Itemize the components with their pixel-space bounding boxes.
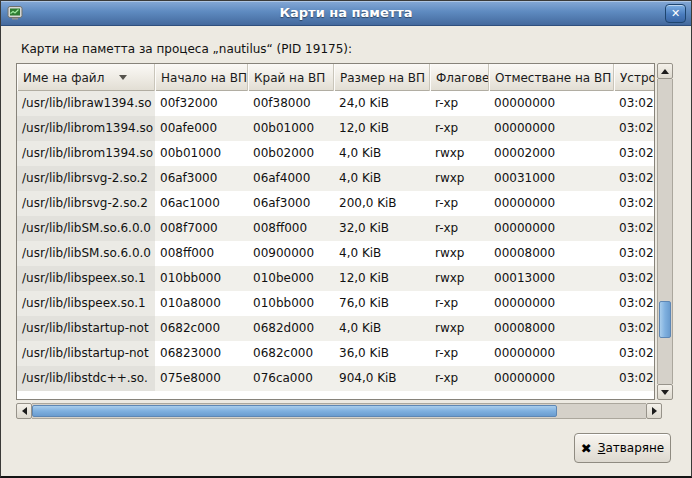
table-row[interactable]: /usr/lib/libSM.so.6.0.0008ff000009000004…: [17, 241, 654, 266]
table-cell: 03:02: [614, 241, 654, 266]
table-cell: 008f7000: [155, 216, 248, 241]
column-header-filename[interactable]: Име на файл: [17, 64, 155, 91]
table-cell: /usr/lib/libraw1394.so: [17, 91, 155, 116]
horizontal-scrollbar-trough[interactable]: [32, 403, 646, 419]
table-cell: 010bb000: [155, 266, 248, 291]
table-row[interactable]: /usr/lib/libraw1394.so00f3200000f3800024…: [17, 91, 654, 116]
window-title: Карти на паметта: [1, 5, 691, 20]
table-cell: r-xp: [430, 341, 489, 366]
table-cell: 24,0 KiB: [334, 91, 430, 116]
table-cell: 00f32000: [155, 91, 248, 116]
table-cell: rwxp: [430, 266, 489, 291]
table-cell: 06ac1000: [155, 191, 248, 216]
table-cell: r-xp: [430, 91, 489, 116]
vertical-scrollbar[interactable]: [657, 63, 673, 400]
table-row[interactable]: /usr/lib/librsvg-2.so.206af300006af40004…: [17, 166, 654, 191]
process-label: Карти на паметта за процеса „nautilus“ (…: [21, 42, 352, 56]
table-cell: 06af3000: [155, 166, 248, 191]
table-cell: r-xp: [430, 191, 489, 216]
table-row[interactable]: /usr/lib/libspeex.so.1010bb000010be00012…: [17, 266, 654, 291]
arrow-left-icon: [22, 407, 27, 415]
memory-maps-dialog: Карти на паметта ✕ Карти на паметта за п…: [0, 0, 692, 478]
table-cell: 4,0 KiB: [334, 316, 430, 341]
table-cell: 06af3000: [248, 191, 334, 216]
table-cell: /usr/lib/librom1394.so: [17, 141, 155, 166]
table-cell: 4,0 KiB: [334, 166, 430, 191]
table-cell: 0682c000: [155, 316, 248, 341]
table-cell: 00031000: [489, 166, 614, 191]
table-cell: 4,0 KiB: [334, 241, 430, 266]
horizontal-scroll-thumb[interactable]: [32, 405, 557, 417]
column-header-label: Размер на ВП: [340, 65, 425, 91]
table-cell: 010bb000: [248, 291, 334, 316]
scroll-left-button[interactable]: [16, 403, 32, 419]
scroll-right-button[interactable]: [646, 403, 662, 419]
table-cell: 00002000: [489, 141, 614, 166]
table-cell: 06af4000: [248, 166, 334, 191]
column-header-label: Флагове: [436, 65, 489, 91]
horizontal-scrollbar[interactable]: [16, 403, 662, 419]
table-cell: /usr/lib/libstartup-not: [17, 316, 155, 341]
column-header-flags[interactable]: Флагове: [430, 64, 489, 91]
table-cell: 00000000: [489, 216, 614, 241]
sort-descending-icon: [119, 75, 127, 80]
table-cell: rwxp: [430, 141, 489, 166]
close-icon: ✕: [671, 7, 680, 20]
table-cell: /usr/lib/libstdc++.so.: [17, 366, 155, 391]
table-cell: 200,0 KiB: [334, 191, 430, 216]
vertical-scrollbar-trough[interactable]: [657, 79, 673, 384]
table-cell: 03:02: [614, 216, 654, 241]
table-cell: 03:02: [614, 191, 654, 216]
column-header-vm-offset[interactable]: Отместване на ВП: [489, 64, 614, 91]
table-cell: 0682c000: [248, 341, 334, 366]
table-cell: 03:02: [614, 91, 654, 116]
table-row[interactable]: /usr/lib/librom1394.so00afe00000b0100012…: [17, 116, 654, 141]
table-cell: r-xp: [430, 116, 489, 141]
table-body: /usr/lib/libraw1394.so00f3200000f3800024…: [17, 91, 654, 391]
table-cell: /usr/lib/librsvg-2.so.2: [17, 166, 155, 191]
table-cell: 03:02: [614, 291, 654, 316]
table-cell: 06823000: [155, 341, 248, 366]
table-cell: /usr/lib/libspeex.so.1: [17, 266, 155, 291]
arrow-down-icon: [661, 390, 669, 395]
table-cell: 03:02: [614, 341, 654, 366]
table-cell: r-xp: [430, 366, 489, 391]
table-cell: r-xp: [430, 216, 489, 241]
vertical-scroll-thumb[interactable]: [659, 301, 671, 338]
table-cell: 03:02: [614, 266, 654, 291]
table-row[interactable]: /usr/lib/libstartup-not0682c0000682d0004…: [17, 316, 654, 341]
table-cell: 008ff000: [155, 241, 248, 266]
table-cell: 03:02: [614, 316, 654, 341]
table-cell: rwxp: [430, 241, 489, 266]
table-cell: 00000000: [489, 291, 614, 316]
table-cell: /usr/lib/libSM.so.6.0.0: [17, 216, 155, 241]
close-button-label: Затваряне: [598, 441, 665, 455]
table-cell: 00000000: [489, 191, 614, 216]
memory-map-table[interactable]: Име на файл Начало на ВП Край на ВП Разм…: [16, 63, 655, 400]
table-cell: 00013000: [489, 266, 614, 291]
titlebar[interactable]: Карти на паметта ✕: [1, 1, 691, 26]
table-row[interactable]: /usr/lib/librsvg-2.so.206ac100006af30002…: [17, 191, 654, 216]
table-cell: 4,0 KiB: [334, 141, 430, 166]
column-header-label: Име на файл: [23, 65, 104, 91]
table-cell: 010be000: [248, 266, 334, 291]
table-row[interactable]: /usr/lib/libSM.so.6.0.0008f7000008ff0003…: [17, 216, 654, 241]
column-header-vm-end[interactable]: Край на ВП: [248, 64, 334, 91]
scroll-down-button[interactable]: [657, 384, 673, 400]
table-row[interactable]: /usr/lib/libstartup-not068230000682c0003…: [17, 341, 654, 366]
table-cell: 00900000: [248, 241, 334, 266]
table-row[interactable]: /usr/lib/libspeex.so.1010a8000010bb00076…: [17, 291, 654, 316]
table-row[interactable]: /usr/lib/librom1394.so00b0100000b020004,…: [17, 141, 654, 166]
close-button[interactable]: ✖ Затваряне: [574, 433, 671, 463]
column-header-vm-size[interactable]: Размер на ВП: [334, 64, 430, 91]
window-close-button[interactable]: ✕: [665, 4, 686, 23]
table-cell: 00afe000: [155, 116, 248, 141]
column-header-device[interactable]: Устройство: [614, 64, 654, 91]
table-cell: 00000000: [489, 341, 614, 366]
scroll-up-button[interactable]: [657, 63, 673, 79]
table-cell: 00008000: [489, 316, 614, 341]
table-row[interactable]: /usr/lib/libstdc++.so.075e8000076ca00090…: [17, 366, 654, 391]
table-cell: 00008000: [489, 241, 614, 266]
table-cell: 00f38000: [248, 91, 334, 116]
column-header-vm-start[interactable]: Начало на ВП: [155, 64, 248, 91]
